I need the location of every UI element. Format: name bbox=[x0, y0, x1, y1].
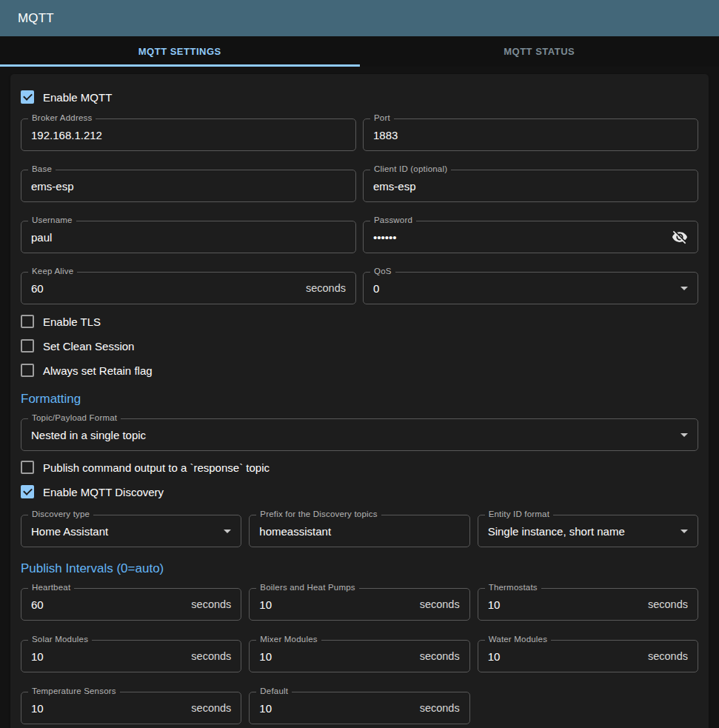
keep-alive-unit: seconds bbox=[306, 282, 346, 294]
mixer-modules-input[interactable] bbox=[259, 650, 413, 663]
heartbeat-field[interactable]: Heartbeat seconds bbox=[21, 588, 241, 621]
base-field[interactable]: Base bbox=[21, 170, 356, 202]
temperature-sensors-unit: seconds bbox=[191, 702, 231, 714]
enable-mqtt-checkbox[interactable]: Enable MQTT bbox=[21, 90, 698, 104]
mixer-modules-field[interactable]: Mixer Modules seconds bbox=[249, 640, 469, 672]
enable-mqtt-label: Enable MQTT bbox=[43, 91, 112, 104]
broker-address-label: Broker Address bbox=[28, 113, 96, 122]
boilers-unit: seconds bbox=[420, 598, 460, 610]
keep-alive-field[interactable]: Keep Alive seconds bbox=[21, 272, 356, 304]
boilers-field[interactable]: Boilers and Heat Pumps seconds bbox=[249, 588, 469, 621]
broker-address-field[interactable]: Broker Address bbox=[21, 118, 356, 151]
broker-address-input[interactable] bbox=[31, 129, 346, 141]
base-label: Base bbox=[28, 164, 56, 173]
temperature-sensors-input[interactable] bbox=[31, 702, 185, 715]
password-label: Password bbox=[370, 216, 416, 224]
settings-panel: Enable MQTT Broker Address Port Base Cli… bbox=[10, 74, 709, 728]
username-input[interactable] bbox=[31, 231, 346, 244]
thermostats-label: Thermostats bbox=[485, 583, 541, 592]
discovery-type-value: Home Assistant bbox=[31, 525, 218, 538]
entity-format-label: Entity ID format bbox=[485, 510, 553, 518]
temperature-sensors-field[interactable]: Temperature Sensors seconds bbox=[21, 692, 241, 724]
formatting-heading: Formatting bbox=[21, 392, 698, 407]
discovery-type-label: Discovery type bbox=[28, 510, 93, 518]
topic-format-select[interactable]: Topic/Payload Format Nested in a single … bbox=[21, 418, 698, 451]
temperature-sensors-label: Temperature Sensors bbox=[28, 687, 120, 695]
keep-alive-input[interactable] bbox=[31, 282, 300, 295]
entity-format-select[interactable]: Entity ID format Single instance, short … bbox=[478, 515, 698, 547]
dropdown-arrow-icon bbox=[680, 287, 688, 290]
discovery-prefix-field[interactable]: Prefix for the Discovery topics bbox=[249, 515, 469, 547]
client-id-label: Client ID (optional) bbox=[370, 164, 451, 173]
topic-format-label: Topic/Payload Format bbox=[28, 413, 121, 422]
tab-mqtt-settings-label: MQTT SETTINGS bbox=[138, 46, 221, 57]
checkbox-unchecked-icon bbox=[21, 461, 34, 474]
keep-alive-label: Keep Alive bbox=[28, 267, 77, 275]
publish-response-checkbox[interactable]: Publish command output to a `response` t… bbox=[21, 461, 698, 474]
water-modules-unit: seconds bbox=[648, 650, 688, 662]
active-tab-indicator bbox=[0, 64, 360, 67]
client-id-input[interactable] bbox=[373, 180, 688, 193]
dropdown-arrow-icon bbox=[680, 530, 688, 533]
default-interval-input[interactable] bbox=[259, 702, 413, 715]
solar-modules-field[interactable]: Solar Modules seconds bbox=[21, 640, 241, 672]
dropdown-arrow-icon bbox=[680, 433, 688, 437]
water-modules-field[interactable]: Water Modules seconds bbox=[478, 640, 698, 672]
mixer-modules-unit: seconds bbox=[420, 650, 460, 662]
port-input[interactable] bbox=[373, 129, 688, 141]
mixer-modules-label: Mixer Modules bbox=[256, 635, 321, 644]
port-label: Port bbox=[370, 113, 394, 122]
thermostats-input[interactable] bbox=[488, 598, 642, 611]
clean-session-label: Set Clean Session bbox=[43, 340, 134, 353]
enable-discovery-checkbox[interactable]: Enable MQTT Discovery bbox=[21, 485, 698, 498]
mqtt-settings-page: MQTT MQTT SETTINGS MQTT STATUS Enable MQ… bbox=[0, 0, 719, 728]
heartbeat-input[interactable] bbox=[31, 598, 185, 611]
thermostats-unit: seconds bbox=[648, 598, 688, 610]
solar-modules-label: Solar Modules bbox=[28, 635, 92, 644]
grid-spacer bbox=[478, 692, 698, 724]
discovery-prefix-input[interactable] bbox=[259, 525, 459, 538]
retain-flag-checkbox[interactable]: Always set Retain flag bbox=[21, 364, 698, 377]
qos-value: 0 bbox=[373, 282, 675, 295]
topic-format-value: Nested in a single topic bbox=[31, 429, 675, 441]
tab-mqtt-status[interactable]: MQTT STATUS bbox=[360, 36, 719, 67]
enable-tls-label: Enable TLS bbox=[43, 315, 101, 328]
checkbox-checked-icon bbox=[21, 485, 34, 498]
solar-modules-unit: seconds bbox=[191, 650, 231, 662]
default-interval-unit: seconds bbox=[420, 702, 460, 714]
entity-format-value: Single instance, short name bbox=[488, 525, 675, 538]
heartbeat-label: Heartbeat bbox=[28, 583, 74, 592]
discovery-type-select[interactable]: Discovery type Home Assistant bbox=[21, 515, 241, 547]
publish-intervals-heading: Publish Intervals (0=auto) bbox=[21, 561, 698, 576]
boilers-label: Boilers and Heat Pumps bbox=[256, 583, 358, 592]
boilers-input[interactable] bbox=[259, 598, 413, 611]
tab-mqtt-status-label: MQTT STATUS bbox=[504, 46, 575, 57]
clean-session-checkbox[interactable]: Set Clean Session bbox=[21, 339, 698, 353]
enable-tls-checkbox[interactable]: Enable TLS bbox=[21, 315, 698, 328]
default-interval-label: Default bbox=[256, 687, 292, 695]
checkbox-unchecked-icon bbox=[21, 364, 34, 377]
tab-bar: MQTT SETTINGS MQTT STATUS bbox=[0, 36, 719, 67]
tab-mqtt-settings[interactable]: MQTT SETTINGS bbox=[0, 36, 360, 67]
water-modules-label: Water Modules bbox=[485, 635, 552, 644]
port-field[interactable]: Port bbox=[363, 118, 698, 151]
thermostats-field[interactable]: Thermostats seconds bbox=[478, 588, 698, 621]
client-id-field[interactable]: Client ID (optional) bbox=[363, 170, 698, 202]
app-header: MQTT bbox=[0, 0, 719, 36]
checkbox-unchecked-icon bbox=[21, 315, 34, 328]
base-input[interactable] bbox=[31, 180, 346, 193]
visibility-off-icon[interactable] bbox=[672, 229, 688, 245]
enable-discovery-label: Enable MQTT Discovery bbox=[43, 486, 164, 498]
qos-select[interactable]: QoS 0 bbox=[363, 272, 698, 304]
username-field[interactable]: Username bbox=[21, 221, 356, 253]
password-input[interactable] bbox=[373, 231, 666, 244]
water-modules-input[interactable] bbox=[488, 650, 642, 663]
username-label: Username bbox=[28, 216, 76, 224]
heartbeat-unit: seconds bbox=[191, 598, 231, 610]
dropdown-arrow-icon bbox=[224, 530, 231, 533]
password-field[interactable]: Password bbox=[363, 221, 698, 253]
default-interval-field[interactable]: Default seconds bbox=[249, 692, 469, 724]
discovery-prefix-label: Prefix for the Discovery topics bbox=[256, 510, 381, 518]
checkbox-checked-icon bbox=[21, 90, 34, 104]
solar-modules-input[interactable] bbox=[31, 650, 185, 663]
